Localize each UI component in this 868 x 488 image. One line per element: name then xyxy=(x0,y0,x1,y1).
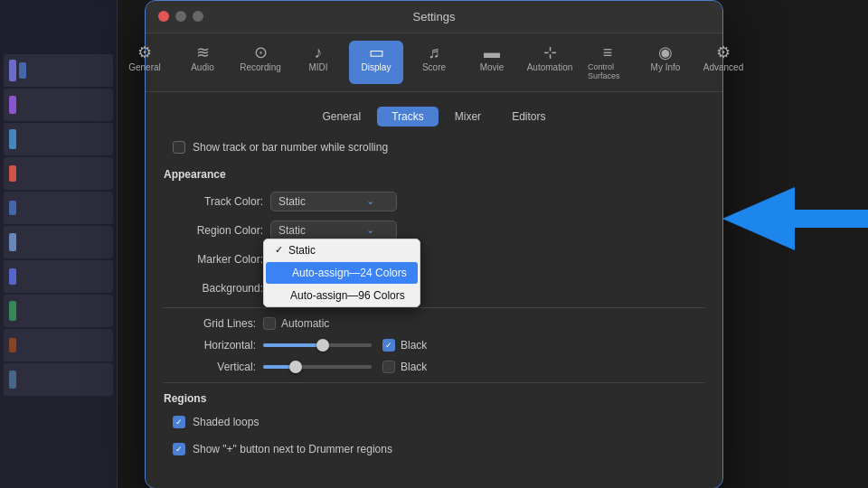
sub-tabs: General Tracks Mixer Editors xyxy=(164,107,704,127)
toolbar-label-audio: Audio xyxy=(191,62,214,72)
toolbar-item-midi[interactable]: ♪ MIDI xyxy=(291,41,345,84)
vertical-label: Vertical: xyxy=(164,361,263,373)
toolbar: ⚙ General ≋ Audio ⊙ Recording ♪ MIDI ▭ D… xyxy=(146,33,722,92)
horizontal-row: Horizontal: ✓ Black xyxy=(164,339,704,352)
vertical-slider[interactable] xyxy=(263,365,372,369)
grid-lines-row: Grid Lines: Automatic xyxy=(164,317,704,330)
toolbar-item-automation[interactable]: ⊹ Automation xyxy=(523,41,577,84)
grid-automatic-checkbox[interactable] xyxy=(263,317,276,330)
tab-editors[interactable]: Editors xyxy=(497,107,560,127)
score-icon: ♬ xyxy=(428,44,440,61)
dropdown-item-static[interactable]: Static xyxy=(264,239,420,261)
window-controls xyxy=(158,11,203,22)
marker-color-label: Marker Color: xyxy=(164,253,263,266)
vertical-color-label: Black xyxy=(401,361,427,373)
toolbar-label-display: Display xyxy=(362,62,392,72)
appearance-section: Appearance Track Color: Static ⌄ Static … xyxy=(164,168,704,298)
midi-icon: ♪ xyxy=(315,44,323,61)
drummer-button-row: ✓ Show "+" button next to Drummer region… xyxy=(164,443,704,455)
maximize-button[interactable] xyxy=(193,11,203,22)
toolbar-label-movie: Movie xyxy=(480,62,505,72)
toolbar-item-score[interactable]: ♬ Score xyxy=(407,41,461,84)
automation-icon: ⊹ xyxy=(543,44,557,61)
track-color-row: Track Color: Static ⌄ Static Auto-assign… xyxy=(164,192,704,211)
my-info-icon: ◉ xyxy=(658,44,673,61)
toolbar-label-score: Score xyxy=(422,62,446,72)
toolbar-item-control-surfaces[interactable]: ≡ Control Surfaces xyxy=(580,41,635,84)
tab-tracks[interactable]: Tracks xyxy=(377,107,439,127)
tab-mixer[interactable]: Mixer xyxy=(440,107,495,127)
toolbar-item-display[interactable]: ▭ Display xyxy=(349,41,403,84)
regions-section: Regions ✓ Shaded loops ✓ Show "+" button… xyxy=(164,392,704,455)
advanced-icon: ⚙ xyxy=(716,44,731,61)
drummer-button-label: Show "+" button next to Drummer regions xyxy=(193,443,392,455)
vertical-row: Vertical: Black xyxy=(164,361,704,373)
record-icon: ⊙ xyxy=(254,44,268,61)
regions-title: Regions xyxy=(164,392,704,405)
dropdown-item-auto24[interactable]: Auto-assign—24 Colors xyxy=(266,262,418,284)
gear-icon: ⚙ xyxy=(137,44,152,61)
window-title: Settings xyxy=(160,10,708,23)
grid-lines-section: Grid Lines: Automatic Horizontal: ✓ Blac… xyxy=(164,317,704,373)
dropdown-item-auto96[interactable]: Auto-assign—96 Colors xyxy=(264,285,420,306)
toolbar-label-general: General xyxy=(128,62,161,72)
close-button[interactable] xyxy=(158,11,169,22)
grid-automatic-label: Automatic xyxy=(281,317,329,330)
toolbar-label-midi: MIDI xyxy=(308,62,327,72)
shaded-loops-row: ✓ Shaded loops xyxy=(164,416,704,428)
toolbar-label-my-info: My Info xyxy=(651,62,681,72)
toolbar-item-movie[interactable]: ▬ Movie xyxy=(465,41,519,84)
horizontal-color-checkbox[interactable]: ✓ xyxy=(382,339,395,352)
display-icon: ▭ xyxy=(369,44,384,61)
svg-marker-0 xyxy=(722,187,868,250)
toolbar-item-audio[interactable]: ≋ Audio xyxy=(175,41,230,84)
show-scrolling-row: Show track or bar number while scrolling xyxy=(164,141,704,154)
toolbar-item-general[interactable]: ⚙ General xyxy=(118,41,172,84)
minimize-button[interactable] xyxy=(175,11,186,22)
background-row: Background: Dark ⌄ xyxy=(164,278,704,298)
show-scrolling-checkbox[interactable] xyxy=(173,141,185,154)
chevron-down-icon: ⌄ xyxy=(366,195,374,207)
drummer-button-checkbox[interactable]: ✓ xyxy=(173,443,185,455)
horizontal-label: Horizontal: xyxy=(164,339,263,352)
settings-window: Settings ⚙ General ≋ Audio ⊙ Recording ♪… xyxy=(145,0,723,488)
chevron-down-icon-2: ⌄ xyxy=(366,224,374,236)
shaded-loops-label: Shaded loops xyxy=(193,416,259,428)
appearance-title: Appearance xyxy=(164,168,704,181)
title-bar: Settings xyxy=(146,1,722,33)
toolbar-label-advanced: Advanced xyxy=(703,62,743,72)
toolbar-item-my-info[interactable]: ◉ My Info xyxy=(638,41,693,84)
arrow-annotation xyxy=(722,169,868,268)
grid-automatic-row: Automatic xyxy=(263,317,329,330)
toolbar-item-advanced[interactable]: ⚙ Advanced xyxy=(696,41,750,84)
horizontal-color-label: Black xyxy=(401,339,427,352)
toolbar-item-recording[interactable]: ⊙ Recording xyxy=(233,41,288,84)
vertical-color-checkbox[interactable] xyxy=(382,361,395,373)
horizontal-color-row: ✓ Black xyxy=(382,339,427,352)
toolbar-label-automation: Automation xyxy=(527,62,573,72)
separator-2 xyxy=(164,382,704,383)
control-surfaces-icon: ≡ xyxy=(603,44,613,61)
audio-icon: ≋ xyxy=(196,44,210,61)
horizontal-slider[interactable] xyxy=(263,343,372,347)
track-color-dropdown[interactable]: Static ⌄ xyxy=(270,192,397,211)
separator-1 xyxy=(164,307,704,308)
track-color-label: Track Color: xyxy=(164,195,263,208)
vertical-color-row: Black xyxy=(382,361,427,373)
region-color-row: Region Color: Static ⌄ xyxy=(164,221,704,240)
track-color-dropdown-menu: Static Auto-assign—24 Colors Auto-assign… xyxy=(263,239,420,307)
show-scrolling-label: Show track or bar number while scrolling xyxy=(193,141,388,154)
grid-lines-label: Grid Lines: xyxy=(164,317,263,330)
settings-content: General Tracks Mixer Editors Show track … xyxy=(146,92,722,488)
shaded-loops-checkbox[interactable]: ✓ xyxy=(173,416,185,428)
toolbar-label-recording: Recording xyxy=(240,62,281,72)
marker-color-row: Marker Color: Static ⌄ xyxy=(164,249,704,269)
background-label: Background: xyxy=(164,282,263,295)
region-color-label: Region Color: xyxy=(164,224,263,237)
toolbar-label-control-surfaces: Control Surfaces xyxy=(588,62,627,80)
region-color-dropdown[interactable]: Static ⌄ xyxy=(270,221,397,240)
tab-general[interactable]: General xyxy=(308,107,376,127)
movie-icon: ▬ xyxy=(484,44,500,61)
